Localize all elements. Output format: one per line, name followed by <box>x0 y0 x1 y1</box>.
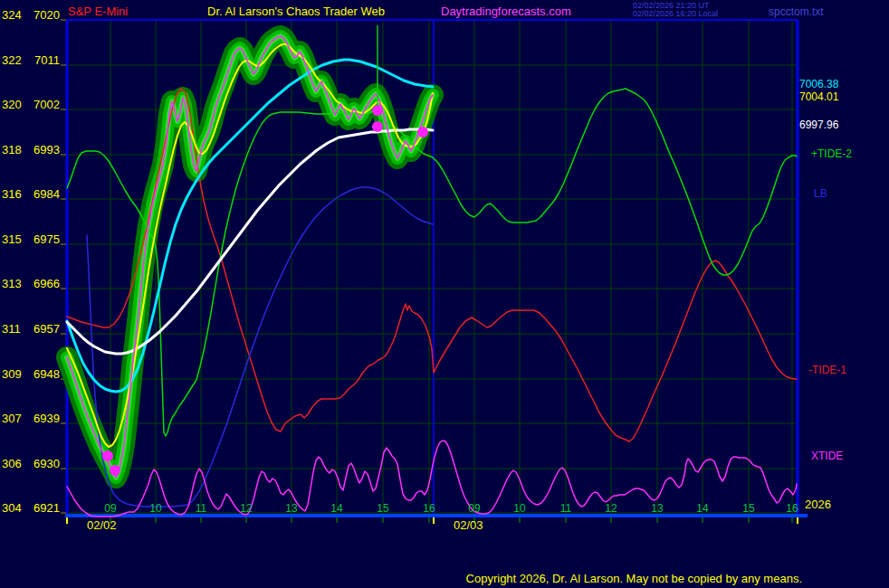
hour-label: 15 <box>377 503 388 514</box>
price-axis-value: 306 <box>2 457 22 470</box>
hour-label: 10 <box>149 503 161 514</box>
price-axis-value: 318 <box>2 143 22 156</box>
date-label: 02/03 <box>454 519 483 531</box>
price-axis-label: 3247020 <box>2 8 60 22</box>
price-axis-label: 3156975 <box>2 232 60 246</box>
price-axis-value: 307 <box>2 412 22 425</box>
timestamp-local: 02/02/2026 16:20 Local <box>633 10 723 18</box>
hour-label: 13 <box>285 503 297 514</box>
price-axis-value: 311 <box>2 322 21 336</box>
hour-label: 09 <box>468 503 480 514</box>
signal-dot <box>102 450 113 461</box>
price-axis-value: 7002 <box>33 98 60 111</box>
price-axis-value: 6957 <box>33 322 60 336</box>
signal-dot <box>372 105 383 116</box>
price-axis-label: 3066930 <box>2 457 60 470</box>
hour-label: 14 <box>330 503 342 514</box>
price-axis-value: 6939 <box>33 412 60 425</box>
hour-label: 11 <box>560 503 571 514</box>
symbol-label: S&P E-Mini <box>68 5 128 17</box>
hour-label: 12 <box>605 503 617 514</box>
price-axis-label: 3207002 <box>2 98 60 111</box>
price-axis-value: 6948 <box>33 367 60 381</box>
signal-dot <box>417 127 428 138</box>
price-axis-value: 7020 <box>33 8 60 22</box>
hour-label: 13 <box>651 503 663 514</box>
price-axis-value: 309 <box>2 367 22 381</box>
site-link[interactable]: Daytradingforecasts.com <box>441 5 571 17</box>
hour-label: 09 <box>104 503 116 514</box>
price-axis-value: 320 <box>2 98 22 111</box>
price-axis-value: 6975 <box>33 232 60 246</box>
series-legend-label: LB <box>814 188 827 199</box>
price-axis-value: 316 <box>2 187 22 201</box>
price-axis-label: 3096948 <box>2 367 60 381</box>
hour-label: 16 <box>423 503 435 514</box>
price-axis-value: 6993 <box>33 143 60 156</box>
price-axis-value: 6921 <box>33 501 60 515</box>
signal-dot <box>372 121 383 132</box>
hour-label: 10 <box>513 503 525 514</box>
price-axis-label: 3186993 <box>2 143 60 156</box>
hour-label: 16 <box>786 503 798 514</box>
price-axis-label: 3076939 <box>2 412 60 425</box>
price-axis-label: 3136966 <box>2 277 60 290</box>
price-axis-value: 315 <box>2 232 22 246</box>
copyright-notice: Copyright 2026, Dr. Al Larson. May not b… <box>466 572 802 585</box>
hour-label: 15 <box>742 503 754 514</box>
date-label: 02/02 <box>87 519 117 531</box>
series-legend-label: XTIDE <box>811 450 843 461</box>
price-axis-value: 304 <box>2 501 22 515</box>
price-axis-value: 6984 <box>33 187 60 201</box>
last-value-label: 6997.96 <box>799 119 838 130</box>
page-title: Dr. Al Larson's Chaos Trader Web <box>207 5 385 17</box>
series-legend-label: -TIDE-1 <box>808 365 846 375</box>
hour-label: 14 <box>696 503 708 514</box>
price-axis-value: 324 <box>2 8 22 22</box>
signal-dot <box>110 465 120 476</box>
price-axis-value: 6966 <box>33 277 60 290</box>
data-file-link[interactable]: spcctom.txt <box>769 6 824 17</box>
price-axis-label: 3166984 <box>2 187 60 201</box>
hour-label: 12 <box>240 503 252 514</box>
price-axis-value: 7011 <box>34 53 60 67</box>
price-axis-value: 313 <box>2 277 22 290</box>
price-axis-value: 6930 <box>33 457 60 470</box>
price-chart-plot <box>0 0 889 588</box>
last-value-label: 7006.38 <box>799 79 838 90</box>
last-value-label: 7004.01 <box>799 91 838 102</box>
price-axis-label: 3116957 <box>2 322 60 336</box>
hour-label: 11 <box>196 503 206 514</box>
year-label: 2026 <box>805 498 831 510</box>
price-axis-value: 322 <box>2 53 22 67</box>
series-legend-label: +TIDE-2 <box>811 148 852 159</box>
price-axis-label: 3046921 <box>2 501 60 515</box>
price-axis-label: 3227011 <box>2 53 60 67</box>
chart-page: S&P E-Mini Dr. Al Larson's Chaos Trader … <box>0 0 889 588</box>
